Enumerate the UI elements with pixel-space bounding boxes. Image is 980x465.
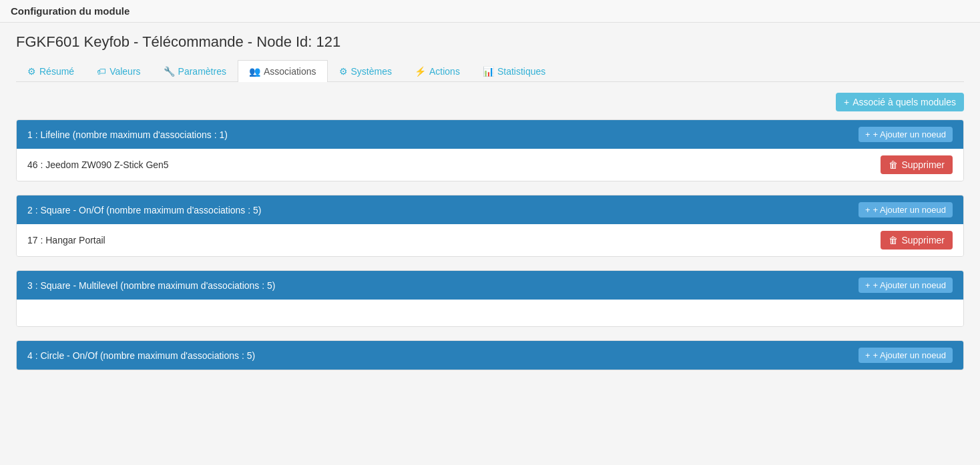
- tab-valeurs[interactable]: 🏷 Valeurs: [85, 60, 152, 82]
- association-group-3: 3 : Square - Multilevel (nombre maximum …: [16, 270, 964, 327]
- association-group-1: 1 : Lifeline (nombre maximum d'associati…: [16, 119, 964, 181]
- assoc-row-label: 17 : Hangar Portail: [27, 235, 105, 246]
- navbar-title: Configuration du module: [11, 5, 130, 17]
- tab-statistiques[interactable]: 📊 Statistiques: [471, 60, 557, 82]
- plus-icon-2: +: [865, 205, 871, 215]
- page-container: FGKF601 Keyfob - Télécommande - Node Id:…: [0, 23, 980, 381]
- plus-icon-3: +: [865, 280, 871, 290]
- delete-button-1-0[interactable]: 🗑 Supprimer: [881, 155, 953, 174]
- top-action-bar: + Associé à quels modules: [16, 93, 964, 111]
- tab-systemes[interactable]: ⚙ Systèmes: [328, 60, 403, 82]
- add-node-button-1[interactable]: + + Ajouter un noeud: [859, 127, 953, 142]
- assoc-body-3: [17, 300, 963, 326]
- assoc-header-2: 2 : Square - On/Of (nombre maximum d'ass…: [17, 195, 963, 224]
- page-heading: FGKF601 Keyfob - Télécommande - Node Id:…: [16, 33, 964, 51]
- assoc-row: 46 : Jeedom ZW090 Z-Stick Gen5 🗑 Supprim…: [17, 149, 963, 181]
- plus-icon-4: +: [865, 350, 871, 360]
- add-node-button-3[interactable]: + + Ajouter un noeud: [859, 278, 953, 293]
- main-content: + Associé à quels modules 1 : Lifeline (…: [16, 93, 964, 370]
- parametres-icon: 🔧: [164, 66, 175, 77]
- tab-associations[interactable]: 👥 Associations: [238, 60, 328, 82]
- top-navbar: Configuration du module: [0, 0, 980, 23]
- association-group-4: 4 : Circle - On/Of (nombre maximum d'ass…: [16, 340, 964, 370]
- link-icon: +: [844, 97, 849, 107]
- tab-parametres[interactable]: 🔧 Paramètres: [152, 60, 238, 82]
- plus-icon-1: +: [865, 129, 871, 139]
- delete-button-2-0[interactable]: 🗑 Supprimer: [881, 231, 953, 250]
- tab-resume[interactable]: ⚙ Résumé: [16, 60, 85, 82]
- assoc-body-1: 46 : Jeedom ZW090 Z-Stick Gen5 🗑 Supprim…: [17, 149, 963, 181]
- systemes-icon: ⚙: [339, 66, 348, 77]
- tabs-bar: ⚙ Résumé 🏷 Valeurs 🔧 Paramètres 👥 Associ…: [16, 60, 964, 82]
- assoc-header-3: 3 : Square - Multilevel (nombre maximum …: [17, 271, 963, 300]
- statistiques-icon: 📊: [483, 66, 494, 77]
- assoc-body-2: 17 : Hangar Portail 🗑 Supprimer: [17, 224, 963, 256]
- assoc-title-2: 2 : Square - On/Of (nombre maximum d'ass…: [27, 205, 261, 215]
- trash-icon: 🗑: [889, 159, 898, 170]
- assoc-row: 17 : Hangar Portail 🗑 Supprimer: [17, 224, 963, 256]
- trash-icon: 🗑: [889, 235, 898, 246]
- actions-icon: ⚡: [415, 66, 426, 77]
- tab-actions[interactable]: ⚡ Actions: [403, 60, 471, 82]
- add-node-button-4[interactable]: + + Ajouter un noeud: [859, 348, 953, 363]
- assoc-header-4: 4 : Circle - On/Of (nombre maximum d'ass…: [17, 341, 963, 370]
- associe-modules-button[interactable]: + Associé à quels modules: [836, 93, 964, 111]
- assoc-title-4: 4 : Circle - On/Of (nombre maximum d'ass…: [27, 350, 255, 361]
- assoc-title-3: 3 : Square - Multilevel (nombre maximum …: [27, 280, 275, 291]
- add-node-button-2[interactable]: + + Ajouter un noeud: [859, 202, 953, 217]
- resume-icon: ⚙: [27, 66, 36, 77]
- association-group-2: 2 : Square - On/Of (nombre maximum d'ass…: [16, 195, 964, 257]
- assoc-title-1: 1 : Lifeline (nombre maximum d'associati…: [27, 129, 228, 140]
- assoc-header-1: 1 : Lifeline (nombre maximum d'associati…: [17, 120, 963, 149]
- associations-icon: 👥: [249, 66, 260, 77]
- assoc-row-label: 46 : Jeedom ZW090 Z-Stick Gen5: [27, 159, 169, 170]
- valeurs-icon: 🏷: [97, 66, 106, 77]
